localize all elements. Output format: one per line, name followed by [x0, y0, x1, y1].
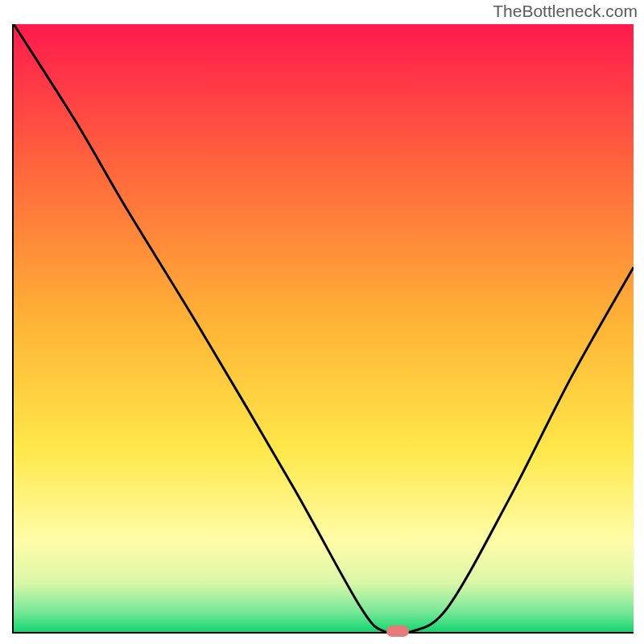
optimal-point-marker [386, 625, 409, 637]
watermark-text: TheBottleneck.com [493, 2, 638, 21]
plot-area [12, 24, 634, 634]
bottleneck-curve [14, 24, 634, 632]
chart-container: TheBottleneck.com [0, 0, 644, 644]
